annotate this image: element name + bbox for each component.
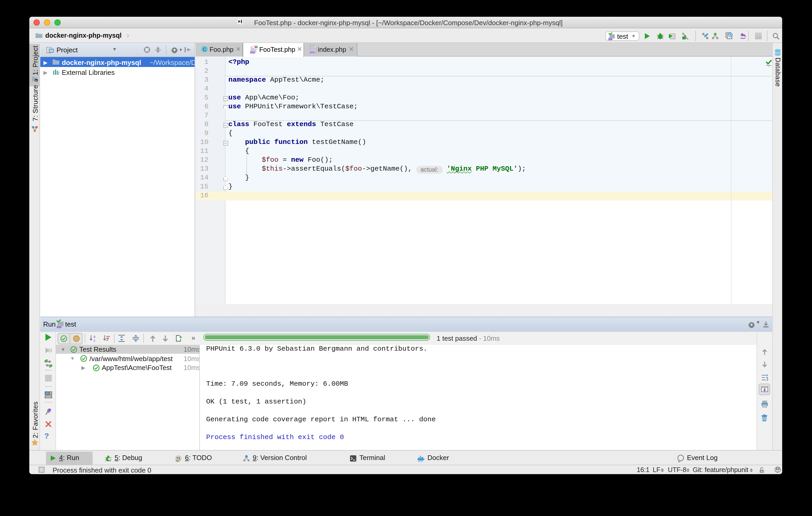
svg-text:a: a bbox=[93, 334, 95, 338]
svg-text:php: php bbox=[608, 37, 612, 40]
svg-text:php: php bbox=[310, 51, 314, 54]
svg-text:z: z bbox=[94, 338, 95, 342]
svg-text:php: php bbox=[57, 325, 61, 328]
svg-text:C: C bbox=[203, 47, 206, 52]
svg-text:php: php bbox=[250, 51, 255, 54]
